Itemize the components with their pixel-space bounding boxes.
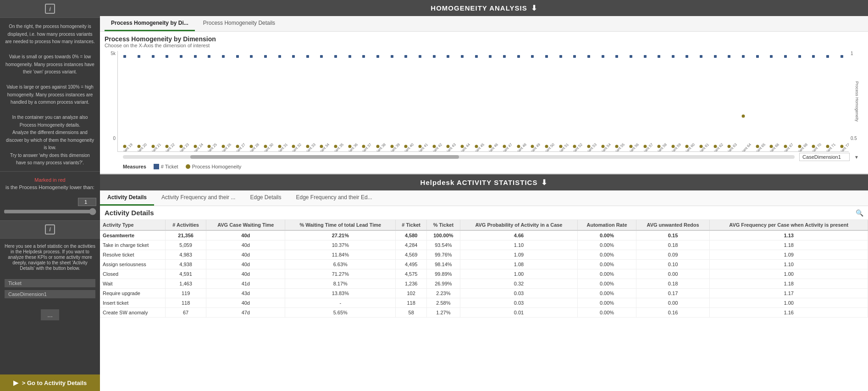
table-cell: 4,284	[396, 240, 427, 250]
table-row[interactable]: Take in charge ticket5,05940d10.37%4,284…	[100, 240, 868, 250]
table-cell: Closed	[100, 269, 165, 279]
table-row[interactable]: Closed4,59140d71.27%4,57599.89%1.000.00%…	[100, 269, 868, 279]
ticket-dot	[433, 55, 436, 58]
tab-homogeneity-details[interactable]: Process Homogeneity Details	[197, 16, 282, 31]
goto-activity-details-button[interactable]: ▶ > Go to Activity Details	[0, 374, 100, 391]
table-cell: 40d	[206, 240, 285, 250]
variant-col: Variant 60	[680, 51, 694, 151]
table-cell: 47d	[206, 308, 285, 318]
variant-label: Variant 33	[302, 142, 316, 152]
col-pct-wait: % Waiting Time of total Lead Time	[285, 220, 396, 230]
homogeneity-dot	[742, 115, 745, 118]
col-ticket: # Ticket	[396, 220, 427, 230]
table-cell: 6.63%	[285, 260, 396, 269]
table-cell: 5,059	[165, 240, 206, 250]
table-title: Activity Details	[105, 209, 851, 217]
table-cell: 40d	[206, 250, 285, 260]
table-row[interactable]: Wait1,46341d8.17%1,23626.99%0.320.00%0.1…	[100, 279, 868, 289]
dots-button[interactable]: ...	[41, 309, 59, 320]
legend-homogeneity: Process Homogeneity	[186, 164, 242, 169]
ticket-dot	[391, 55, 393, 58]
threshold-slider[interactable]	[4, 208, 96, 215]
variant-col: Variant 61	[694, 51, 708, 151]
variant-label: Variant 40	[400, 142, 415, 152]
dimension-dropdown[interactable]: CaseDimension1	[799, 153, 850, 161]
legend-ticket: # Ticket	[154, 164, 178, 169]
table-cell: 0.09	[636, 250, 710, 260]
col-pct-ticket: % Ticket	[427, 220, 460, 230]
ticket-dot	[419, 55, 421, 58]
tab-edge-frequency[interactable]: Edge Frequency and their Ed...	[289, 190, 380, 206]
ticket-dot	[236, 55, 239, 58]
filter1-label: Ticket	[5, 279, 95, 287]
table-cell: 119	[165, 289, 206, 298]
ticket-dot	[264, 55, 267, 58]
variant-col: Variant 47	[498, 51, 512, 151]
table-cell: 0.16	[636, 308, 710, 318]
variant-label: Variant 26	[217, 142, 232, 152]
sidebar-top-info: On the right, the process homogeneity is…	[0, 18, 100, 171]
activity-table: Activity Type # Activities AVG Case Wait…	[100, 220, 868, 318]
table-cell: Insert ticket	[100, 298, 165, 308]
download-icon[interactable]: ⬇	[531, 4, 537, 12]
variant-col: Variant 28	[244, 51, 259, 151]
variant-label: Variant 56	[625, 142, 640, 152]
ticket-dot	[573, 55, 576, 58]
variant-label: Variant 43	[442, 142, 457, 152]
table-cell: 1.27%	[427, 308, 460, 318]
col-avg-prob: AVG Probability of Activity in a Case	[460, 220, 578, 230]
ticket-dot	[686, 55, 688, 58]
variant-label: Variant 37	[358, 142, 373, 152]
table-cell: 1.08	[460, 260, 578, 269]
variant-col: Variant 51	[553, 51, 568, 151]
table-cell: 0.15	[636, 230, 710, 240]
variant-col: Variant 50	[540, 51, 554, 151]
table-cell: 1.09	[710, 250, 868, 260]
table-cell: 100.00%	[427, 230, 460, 240]
ticket-dot	[180, 55, 182, 58]
variant-col: Variant 40	[399, 51, 413, 151]
variant-col: Variant 43	[441, 51, 455, 151]
table-row[interactable]: Insert ticket11840d-1182.58%0.030.00%0.0…	[100, 298, 868, 308]
measures-label: Measures	[123, 164, 146, 169]
tab-activity-details[interactable]: Activity Details	[100, 190, 154, 206]
search-button[interactable]: 🔍	[856, 209, 863, 217]
table-cell: 26.99%	[427, 279, 460, 289]
table-cell: 0.00%	[578, 250, 636, 260]
legend-homogeneity-circle	[186, 164, 190, 169]
tab-activity-frequency[interactable]: Activity Frequency and their ...	[154, 190, 243, 206]
ticket-dot	[138, 55, 140, 58]
table-row[interactable]: Resolve ticket4,98340d11.84%4,56999.76%1…	[100, 250, 868, 260]
table-cell: 1.10	[710, 260, 868, 269]
variant-col: Variant 66	[764, 51, 779, 151]
tab-edge-details[interactable]: Edge Details	[243, 190, 288, 206]
table-cell: Require upgrade	[100, 289, 165, 298]
table-row[interactable]: Assign seriousness4,93840d6.63%4,49598.1…	[100, 260, 868, 269]
variant-col: Variant 38	[371, 51, 385, 151]
variant-label: Variant 46	[485, 142, 499, 152]
col-avg-redos: AVG unwanted Redos	[636, 220, 710, 230]
threshold-input[interactable]	[78, 198, 96, 206]
variant-label: Variant 54	[597, 142, 612, 152]
tab-homogeneity-by-dimension[interactable]: Process Homogeneity by Di...	[105, 16, 195, 31]
ticket-dot	[152, 55, 155, 58]
sidebar-top-info-text: On the right, the process homogeneity is…	[5, 24, 95, 165]
ticket-dot	[306, 55, 309, 58]
variant-col: Variant 71	[821, 51, 835, 151]
variant-col: Variant 52	[568, 51, 582, 151]
table-row[interactable]: Create SW anomaly6747d5.65%581.27%0.010.…	[100, 308, 868, 318]
table-row[interactable]: Require upgrade11943d13.83%1022.23%0.030…	[100, 289, 868, 298]
chart-container: Process Homogeneity by Dimension Choose …	[100, 32, 868, 173]
table-row[interactable]: Gesamtwerte21,35640d27.21%4,580100.00%4.…	[100, 230, 868, 240]
variant-col: Variant 70	[807, 51, 821, 151]
table-cell: 4,495	[396, 260, 427, 269]
table-cell: 93.54%	[427, 240, 460, 250]
activity-table-scroll[interactable]: Activity Type # Activities AVG Case Wait…	[100, 220, 868, 391]
variant-label: Variant 32	[287, 142, 302, 152]
ticket-dot	[545, 55, 548, 58]
table-cell: 8.17%	[285, 279, 396, 289]
variant-label: Variant 38	[372, 142, 387, 152]
chart-scrollbar[interactable]	[123, 155, 795, 159]
activity-download-icon[interactable]: ⬇	[541, 178, 547, 187]
table-cell: 1.00	[460, 269, 578, 279]
